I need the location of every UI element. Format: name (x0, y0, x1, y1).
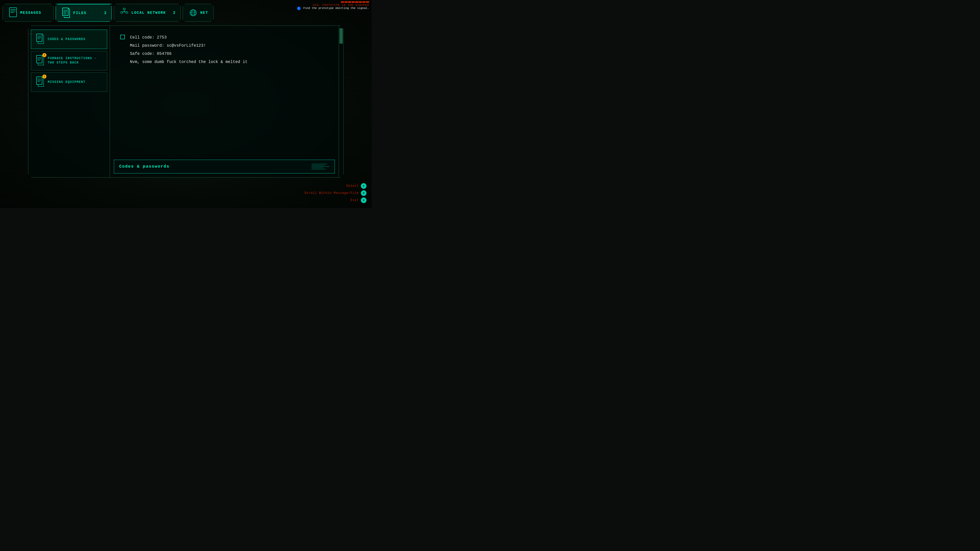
file-sidebar: CODES & PASSWORDS ! FURNACE INSTRUCTIONS… (28, 26, 110, 177)
select-label: Select (346, 184, 359, 188)
scroll-btn[interactable]: ● (361, 190, 366, 196)
top-navigation: MESSAGES FILES 2 (0, 0, 372, 25)
right-scrollbar-panel[interactable] (339, 26, 343, 177)
missing-equipment-icon: ! (35, 76, 45, 89)
tab-files[interactable]: FILES 2 (56, 4, 112, 22)
objective-text: Find the prototype emitting the signal. (304, 6, 369, 10)
localnet-tab-label: LOCAL NETWORK (131, 11, 166, 15)
furnace-icon: ! (35, 54, 45, 67)
file-body: Cell code: 2753 Mail password: sc@vsForL… (130, 33, 248, 66)
svg-rect-27 (38, 59, 41, 59)
exit-label: Exit (350, 198, 359, 202)
codes-passwords-label: CODES & PASSWORDS (48, 37, 86, 41)
connection-status: GIG: PROTOTYPE IN THE SCRAPER ! Find the… (297, 1, 369, 10)
file-title-decoration (312, 164, 329, 169)
svg-rect-5 (64, 10, 67, 11)
svg-rect-25 (37, 56, 42, 63)
svg-rect-22 (38, 36, 41, 37)
file-item-missing-equipment[interactable]: ! MISSING EQUIPMENT (31, 73, 107, 92)
network-icon (119, 6, 129, 19)
control-exit: Exit ● (350, 197, 366, 203)
objective-icon: ! (297, 6, 301, 10)
svg-rect-10 (121, 12, 123, 13)
svg-rect-21 (37, 34, 42, 41)
file-checkbox (120, 35, 125, 39)
file-item-codes-passwords[interactable]: CODES & PASSWORDS (31, 30, 107, 49)
file-line-1: Cell code: 2753 (130, 33, 248, 41)
furnace-label: FURNACE INSTRUCTIONS - TWO STEPS BACK (48, 56, 103, 65)
svg-rect-9 (123, 8, 125, 10)
svg-rect-2 (11, 11, 16, 11)
svg-rect-31 (38, 80, 41, 81)
tab-local-network[interactable]: LOCAL NETWORK 2 (114, 4, 181, 22)
files-tab-label: FILES (73, 11, 86, 15)
svg-rect-3 (11, 12, 14, 13)
file-content-area: Cell code: 2753 Mail password: sc@vsForL… (110, 26, 339, 177)
gig-objective: ! Find the prototype emitting the signal… (297, 6, 369, 10)
control-select: Select ● (346, 183, 366, 189)
file-title-bar: Codes & passwords (114, 160, 335, 173)
file-title-text: Codes & passwords (119, 164, 169, 169)
svg-rect-28 (38, 60, 40, 60)
scroll-label: Scroll Within Message/File (304, 191, 359, 195)
net-tab-label: NET (200, 11, 208, 15)
tab-messages[interactable]: MESSAGES (3, 4, 54, 22)
codes-passwords-icon (35, 33, 45, 46)
messages-icon (8, 6, 18, 19)
svg-rect-8 (64, 14, 67, 14)
connection-bar (297, 1, 369, 3)
svg-rect-23 (38, 37, 41, 38)
svg-rect-11 (126, 12, 128, 13)
messages-tab-label: MESSAGES (20, 11, 41, 15)
files-tab-count: 2 (99, 11, 107, 15)
svg-rect-30 (38, 79, 41, 79)
svg-rect-29 (37, 77, 42, 84)
control-scroll: Scroll Within Message/File ● (304, 190, 366, 196)
missing-equipment-label: MISSING EQUIPMENT (48, 80, 86, 84)
main-content: CODES & PASSWORDS ! FURNACE INSTRUCTIONS… (28, 25, 344, 178)
svg-rect-6 (64, 11, 67, 12)
svg-rect-24 (38, 38, 40, 39)
scrollbar-thumb[interactable] (339, 28, 343, 44)
svg-point-15 (124, 11, 125, 12)
file-line-3: Safe code: 054786 (130, 50, 248, 58)
svg-rect-1 (11, 9, 16, 10)
net-icon (188, 6, 198, 19)
files-icon (61, 6, 71, 19)
svg-rect-7 (64, 13, 66, 13)
file-item-furnace[interactable]: ! FURNACE INSTRUCTIONS - TWO STEPS BACK (31, 51, 107, 70)
bottom-controls: Select ● Scroll Within Message/File ● Ex… (304, 183, 366, 203)
select-btn[interactable]: ● (361, 183, 366, 189)
missing-equipment-warning-badge: ! (42, 75, 46, 79)
file-text-area: Cell code: 2753 Mail password: sc@vsForL… (110, 26, 339, 157)
tab-net[interactable]: NET (183, 4, 213, 22)
gig-label: GIG: PROTOTYPE IN THE SCRAPER (297, 3, 369, 6)
file-line-2: Mail password: sc@vsForLife123! (130, 41, 248, 50)
svg-rect-32 (38, 81, 40, 82)
svg-rect-4 (62, 8, 68, 16)
file-line-4: Nvm, some dumb fuck torched the lock & m… (130, 58, 248, 66)
svg-rect-26 (38, 57, 41, 58)
exit-btn[interactable]: ● (361, 197, 366, 203)
furnace-warning-badge: ! (42, 53, 46, 57)
localnet-tab-count: 2 (168, 11, 175, 15)
